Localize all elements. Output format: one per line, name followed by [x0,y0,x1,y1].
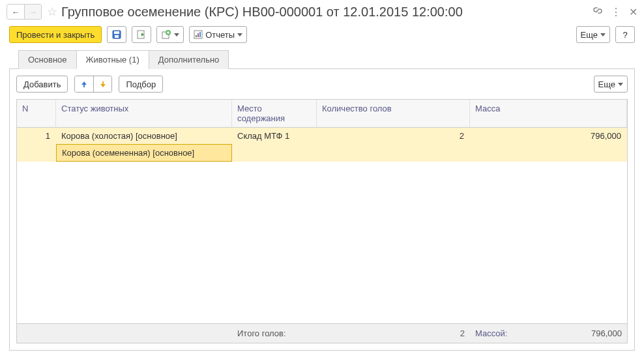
col-n[interactable]: N [17,100,56,128]
reports-dropdown[interactable]: Отчеты [189,26,247,43]
table-footer: Итого голов: 2 Массой: 796,000 [17,323,627,343]
arrow-up-icon [80,80,88,88]
save-button[interactable] [107,26,126,43]
create-icon [161,29,171,40]
nav-buttons: ← → [7,4,42,20]
tabs: Основное Животные (1) Дополнительно [9,50,635,69]
svg-rect-1 [114,31,119,34]
col-status[interactable]: Статус животных [56,100,232,128]
tab-animals[interactable]: Животные (1) [76,50,149,69]
svg-rect-9 [199,32,201,37]
svg-rect-8 [198,33,199,37]
page-title: Групповое осеменение (КРС) НВ00-000001 о… [61,5,593,20]
more-dropdown[interactable]: Еще [576,26,610,43]
chevron-down-icon [174,33,179,36]
chevron-down-icon [600,33,606,36]
table-subrow[interactable]: Корова (осемененная) [основное] [17,144,627,162]
add-button[interactable]: Добавить [16,76,68,93]
cell-mass: 796,000 [470,128,627,144]
post-button[interactable] [132,26,151,43]
cell-status: Корова (холостая) [основное] [56,128,232,144]
create-based-on-dropdown[interactable] [156,26,184,43]
move-up-button[interactable] [75,76,93,92]
arrow-down-icon [99,80,107,88]
col-count[interactable]: Количество голов [317,100,470,128]
favorite-star-icon[interactable]: ☆ [47,5,57,19]
more-menu-icon[interactable]: ⋮ [611,6,621,18]
pick-button[interactable]: Подбор [119,76,163,93]
move-buttons [74,76,112,93]
floppy-icon [111,29,122,40]
table-row[interactable]: 1 Корова (холостая) [основное] Склад МТФ… [17,128,627,144]
chevron-down-icon [237,33,242,36]
footer-count-label: Итого голов: [232,324,317,343]
report-icon [194,30,203,39]
footer-mass-value: 796,000 [591,328,622,338]
svg-rect-2 [115,35,119,38]
nav-forward-button[interactable]: → [24,5,41,19]
cell-substatus[interactable]: Корова (осемененная) [основное] [56,144,232,162]
more-label: Еще [581,30,598,40]
svg-rect-7 [196,35,197,37]
reports-label: Отчеты [205,30,235,40]
tab-main[interactable]: Основное [18,50,77,69]
col-location[interactable]: Место содержания [232,100,317,128]
post-icon [136,29,147,40]
footer-mass-label: Массой: [475,328,507,338]
nav-back-button[interactable]: ← [7,5,24,19]
link-icon[interactable] [593,5,603,18]
col-mass[interactable]: Масса [470,100,627,128]
inner-more-label: Еще [598,80,615,89]
chevron-down-icon [618,83,623,86]
footer-count-value: 2 [317,324,470,343]
cell-count: 2 [317,128,470,144]
inner-more-dropdown[interactable]: Еще [594,76,628,93]
move-down-button[interactable] [93,76,111,92]
cell-n: 1 [17,128,56,144]
post-and-close-button[interactable]: Провести и закрыть [9,26,102,43]
cell-location: Склад МТФ 1 [232,128,317,144]
help-button[interactable]: ? [615,26,635,43]
animals-table: N Статус животных Место содержания Колич… [16,99,628,343]
close-window-icon[interactable]: ✕ [629,6,637,18]
tab-additional[interactable]: Дополнительно [149,50,229,69]
